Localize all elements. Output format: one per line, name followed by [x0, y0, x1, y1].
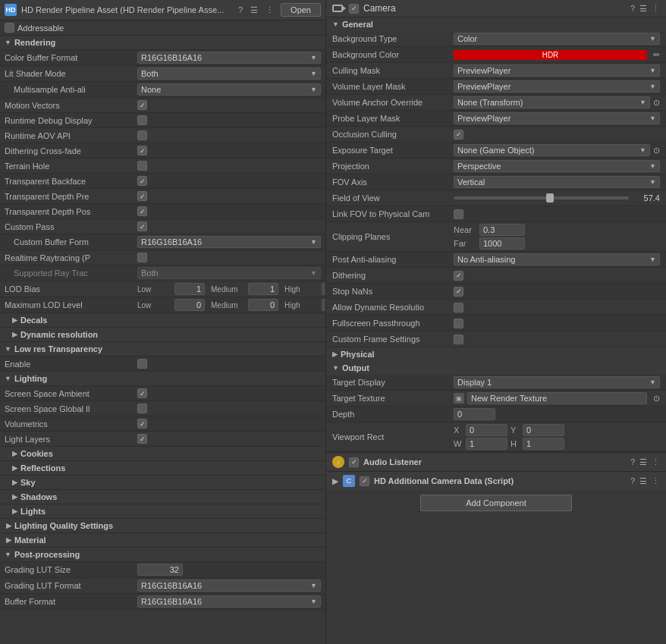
- screen-space-global-checkbox[interactable]: [137, 404, 147, 413]
- projection-dropdown[interactable]: Perspective ▼: [454, 160, 660, 172]
- culling-mask-dropdown[interactable]: PreviewPlayer ▼: [454, 64, 660, 77]
- material-header[interactable]: ▶ Material: [0, 533, 325, 548]
- buffer-format-dropdown[interactable]: R16G16B16A16 ▼: [137, 595, 321, 608]
- shadows-header[interactable]: ▶ Shadows: [0, 490, 325, 504]
- camera-more-icon[interactable]: ⋮: [652, 4, 660, 14]
- lod-bias-low[interactable]: 1: [174, 283, 205, 295]
- dithering-right-checkbox[interactable]: [454, 271, 463, 281]
- open-button[interactable]: Open: [281, 3, 321, 17]
- hd-camera-icon: C: [343, 475, 355, 487]
- light-layers-checkbox[interactable]: [137, 434, 147, 444]
- custom-pass-checkbox[interactable]: [137, 221, 147, 231]
- color-buffer-dropdown[interactable]: R16G16B16A16 ▼: [137, 52, 321, 64]
- settings-btn[interactable]: ☰: [248, 5, 260, 16]
- low-res-header[interactable]: ▼ Low res Transparency: [0, 342, 325, 357]
- info-btn[interactable]: ?: [236, 5, 245, 16]
- add-component-button[interactable]: Add Component: [420, 495, 572, 511]
- custom-frame-checkbox[interactable]: [454, 335, 463, 344]
- audio-settings-icon[interactable]: ☰: [639, 457, 647, 467]
- texture-link-icon[interactable]: ⊙: [653, 394, 660, 404]
- lighting-section-header[interactable]: ▼ Lighting: [0, 372, 325, 386]
- rendering-section-header[interactable]: ▼ Rendering: [0, 36, 325, 50]
- low-res-enable-checkbox[interactable]: [137, 359, 147, 369]
- audio-more-icon[interactable]: ⋮: [652, 457, 660, 467]
- h-input[interactable]: [523, 438, 564, 450]
- more-btn[interactable]: ⋮: [263, 5, 276, 16]
- target-display-dropdown[interactable]: Display 1 ▼: [454, 376, 660, 388]
- custom-buffer-dropdown[interactable]: R16G16B16A16 ▼: [137, 236, 321, 248]
- post-aa-dropdown[interactable]: No Anti-aliasing ▼: [454, 253, 660, 265]
- cookies-header[interactable]: ▶ Cookies: [0, 447, 325, 461]
- background-type-dropdown[interactable]: Color ▼: [454, 33, 660, 45]
- hd-camera-checkbox[interactable]: [360, 476, 369, 486]
- volume-layer-mask-dropdown[interactable]: PreviewPlayer ▼: [454, 80, 660, 93]
- camera-enable-checkbox[interactable]: [349, 4, 359, 14]
- depth-input[interactable]: [454, 408, 495, 420]
- terrain-hole-checkbox[interactable]: [137, 161, 147, 171]
- volume-anchor-link-icon[interactable]: ⊙: [653, 98, 660, 108]
- sky-header[interactable]: ▶ Sky: [0, 476, 325, 490]
- w-input[interactable]: [466, 438, 507, 450]
- transparent-depth-pos-checkbox[interactable]: [137, 206, 147, 216]
- lod-bias-medium[interactable]: 1: [248, 283, 278, 295]
- screen-space-ambient-checkbox[interactable]: [137, 388, 147, 398]
- max-lod-low[interactable]: [174, 299, 205, 311]
- custom-buffer-label: Custom Buffer Form: [5, 237, 137, 247]
- transparent-backface-checkbox[interactable]: [137, 176, 147, 186]
- x-input[interactable]: [466, 424, 507, 436]
- fov-axis-dropdown[interactable]: Vertical ▼: [454, 176, 660, 188]
- audio-info-icon[interactable]: ?: [630, 457, 635, 467]
- max-lod-medium[interactable]: [248, 299, 278, 311]
- exposure-target-dropdown[interactable]: None (Game Object) ▼: [454, 144, 650, 156]
- raytracing-checkbox[interactable]: [137, 253, 147, 262]
- stop-nans-checkbox[interactable]: [454, 287, 463, 297]
- lod-bias-high-group: High 1: [284, 283, 326, 295]
- multisample-dropdown[interactable]: None ▼: [137, 83, 321, 96]
- far-input[interactable]: [479, 237, 525, 250]
- lighting-quality-header[interactable]: ▶ Lighting Quality Settings: [0, 519, 325, 533]
- general-section-header[interactable]: ▼ General: [326, 17, 666, 31]
- runtime-debug-checkbox[interactable]: [137, 115, 147, 125]
- camera-settings-icon[interactable]: ☰: [639, 4, 647, 14]
- dynamic-resolution-header[interactable]: ▶ Dynamic resolution: [0, 328, 325, 342]
- expand-icon[interactable]: ▶: [332, 476, 338, 486]
- output-section-header[interactable]: ▼ Output: [326, 361, 666, 375]
- camera-info-icon[interactable]: ?: [630, 4, 635, 14]
- hd-camera-info-icon[interactable]: ?: [630, 476, 635, 486]
- transparent-depth-pre-checkbox[interactable]: [137, 191, 147, 201]
- fullscreen-row: Fullscreen Passthrough: [326, 316, 666, 331]
- color-edit-icon[interactable]: ✏: [653, 50, 660, 60]
- link-fov-label: Link FOV to Physical Cam: [332, 209, 454, 218]
- post-aa-label: Post Anti-aliasing: [332, 255, 454, 264]
- fov-slider-thumb[interactable]: [546, 193, 554, 203]
- runtime-aov-checkbox[interactable]: [137, 130, 147, 140]
- motion-vectors-checkbox[interactable]: [137, 100, 147, 110]
- fullscreen-checkbox[interactable]: [454, 319, 463, 328]
- probe-layer-mask-dropdown[interactable]: PreviewPlayer ▼: [454, 112, 660, 124]
- allow-dynamic-checkbox[interactable]: [454, 303, 463, 313]
- decals-header[interactable]: ▶ Decals: [0, 313, 325, 328]
- volumetrics-checkbox[interactable]: [137, 419, 147, 429]
- exposure-link-icon[interactable]: ⊙: [653, 146, 660, 156]
- lit-shader-dropdown[interactable]: Both ▼: [137, 68, 321, 80]
- near-input[interactable]: [479, 224, 525, 236]
- background-type-label: Background Type: [332, 34, 454, 43]
- y-input[interactable]: [523, 424, 564, 436]
- lights-header[interactable]: ▶ Lights: [0, 504, 325, 519]
- dithering-checkbox[interactable]: [137, 146, 147, 156]
- volume-anchor-dropdown[interactable]: None (Transform) ▼: [454, 96, 650, 108]
- link-fov-checkbox[interactable]: [454, 209, 463, 219]
- reflections-header[interactable]: ▶ Reflections: [0, 461, 325, 476]
- hd-camera-more-icon[interactable]: ⋮: [652, 476, 660, 486]
- fov-slider-track[interactable]: [454, 196, 629, 199]
- post-processing-header[interactable]: ▼ Post-processing: [0, 548, 325, 562]
- grading-lut-size-input[interactable]: [137, 564, 183, 576]
- audio-listener-checkbox[interactable]: [349, 457, 359, 467]
- grading-lut-format-dropdown[interactable]: R16G16B16A16 ▼: [137, 580, 321, 592]
- physical-section-header[interactable]: ▶ Physical: [326, 347, 666, 361]
- hd-camera-settings-icon[interactable]: ☰: [639, 476, 647, 486]
- hdr-color-button[interactable]: HDR: [454, 50, 647, 60]
- addressable-label: Addressable: [17, 24, 64, 33]
- addressable-checkbox[interactable]: [5, 23, 14, 33]
- occlusion-culling-checkbox[interactable]: [454, 130, 463, 140]
